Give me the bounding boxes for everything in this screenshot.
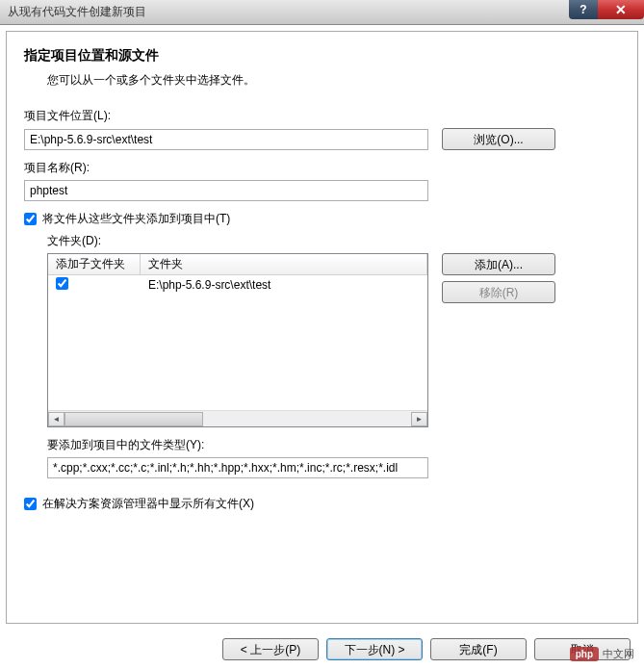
row-checkbox[interactable] — [56, 277, 68, 290]
folder-label: 文件夹(D): — [47, 233, 620, 249]
add-folders-label: 将文件从这些文件夹添加到项目中(T) — [42, 211, 230, 227]
table-header: 添加子文件夹 文件夹 — [48, 254, 427, 275]
name-input[interactable] — [24, 180, 428, 201]
next-button[interactable]: 下一步(N) > — [326, 638, 423, 660]
scroll-right-icon[interactable]: ► — [411, 412, 427, 426]
show-all-row: 在解决方案资源管理器中显示所有文件(X) — [24, 496, 620, 512]
add-folders-checkbox-row: 将文件从这些文件夹添加到项目中(T) — [24, 211, 620, 227]
window-controls: ? ✕ — [569, 0, 644, 19]
col-folder[interactable]: 文件夹 — [141, 254, 427, 274]
page-subheading: 您可以从一个或多个文件夹中选择文件。 — [47, 72, 620, 89]
window-title: 从现有代码文件创建新项目 — [8, 4, 146, 20]
wizard-buttons: < 上一步(P) 下一步(N) > 完成(F) 取消 — [0, 630, 644, 668]
filetypes-input[interactable] — [47, 457, 428, 478]
table-row[interactable]: E:\php-5.6.9-src\ext\test — [48, 275, 427, 295]
filetypes-label: 要添加到项目中的文件类型(Y): — [47, 437, 620, 453]
cancel-button[interactable]: 取消 — [534, 638, 631, 660]
prev-button[interactable]: < 上一步(P) — [222, 638, 319, 660]
add-folder-button[interactable]: 添加(A)... — [442, 253, 555, 275]
show-all-label: 在解决方案资源管理器中显示所有文件(X) — [42, 496, 254, 512]
show-all-checkbox[interactable] — [24, 498, 37, 510]
folder-table: 添加子文件夹 文件夹 E:\php-5.6.9-src\ext\test ◄ ► — [47, 253, 428, 427]
close-button[interactable]: ✕ — [598, 0, 644, 19]
name-label: 项目名称(R): — [24, 160, 620, 176]
scroll-thumb[interactable] — [64, 412, 203, 426]
location-input[interactable] — [24, 129, 428, 150]
scroll-left-icon[interactable]: ◄ — [48, 412, 64, 426]
page-heading: 指定项目位置和源文件 — [24, 47, 620, 64]
help-button[interactable]: ? — [569, 0, 598, 19]
row-path: E:\php-5.6.9-src\ext\test — [141, 278, 427, 292]
location-label: 项目文件位置(L): — [24, 108, 620, 124]
col-subfolders[interactable]: 添加子文件夹 — [48, 254, 141, 274]
table-body: E:\php-5.6.9-src\ext\test — [48, 275, 427, 410]
scroll-track[interactable] — [64, 412, 411, 426]
titlebar: 从现有代码文件创建新项目 ? ✕ — [0, 0, 644, 25]
wizard-panel: 指定项目位置和源文件 您可以从一个或多个文件夹中选择文件。 项目文件位置(L):… — [6, 31, 638, 624]
add-folders-checkbox[interactable] — [24, 213, 37, 225]
browse-button[interactable]: 浏览(O)... — [442, 128, 555, 150]
finish-button[interactable]: 完成(F) — [430, 638, 527, 660]
horizontal-scrollbar[interactable]: ◄ ► — [48, 410, 427, 426]
remove-folder-button[interactable]: 移除(R) — [442, 281, 555, 303]
